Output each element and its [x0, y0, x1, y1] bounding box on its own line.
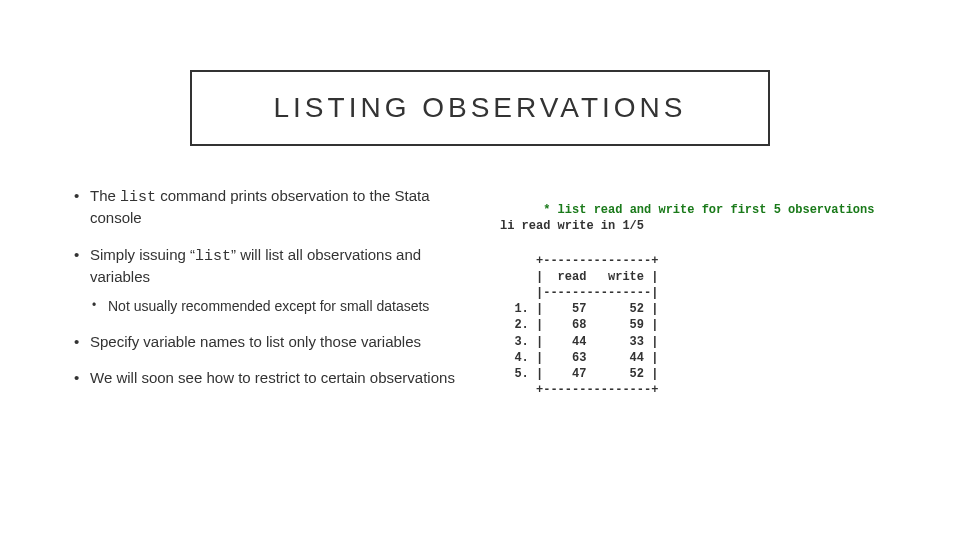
bullet-1-pre: The [90, 187, 120, 204]
title-box: LISTING OBSERVATIONS [190, 70, 770, 146]
code-comment: * list read and write for first 5 observ… [543, 203, 874, 217]
code-column: * list read and write for first 5 observ… [500, 186, 900, 431]
code-output: +---------------+ | read write | |------… [500, 253, 900, 399]
bullet-list: The list command prints observation to t… [70, 186, 470, 388]
code-command: li read write in 1/5 [500, 219, 644, 233]
bullet-item-4: We will soon see how to restrict to cert… [70, 368, 470, 388]
bullet-column: The list command prints observation to t… [60, 186, 470, 431]
bullet-item-3: Specify variable names to list only thos… [70, 332, 470, 352]
bullet-2-pre: Simply issuing “ [90, 246, 195, 263]
bullet-item-1: The list command prints observation to t… [70, 186, 470, 229]
bullet-2-sublist: Not usually recommended except for small… [90, 297, 470, 316]
bullet-item-2a: Not usually recommended except for small… [90, 297, 470, 316]
slide: LISTING OBSERVATIONS The list command pr… [0, 0, 960, 540]
bullet-1-code: list [120, 189, 156, 206]
page-title: LISTING OBSERVATIONS [242, 92, 718, 124]
content-row: The list command prints observation to t… [60, 186, 900, 431]
bullet-item-2: Simply issuing “list” will list all obse… [70, 245, 470, 316]
bullet-2-code: list [195, 248, 231, 265]
